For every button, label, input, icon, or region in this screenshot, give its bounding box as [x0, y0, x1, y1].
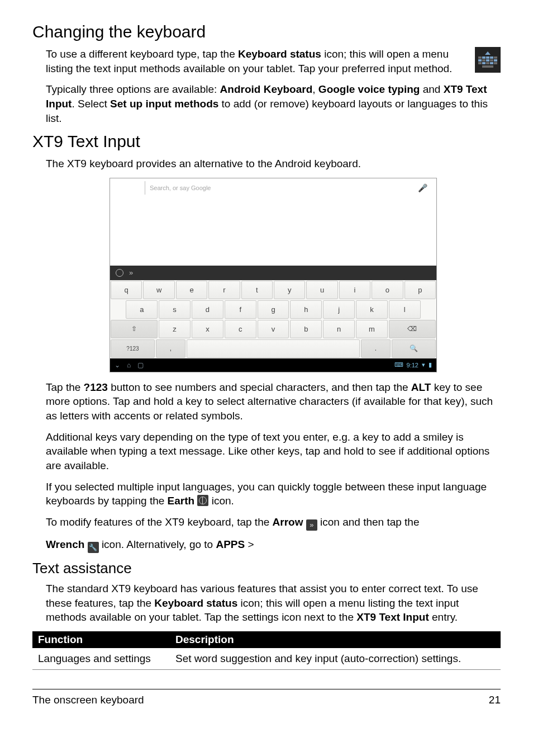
text: entry. — [429, 611, 458, 623]
key-s: s — [159, 300, 191, 319]
para-xt9-3: If you selected multiple input languages… — [46, 480, 501, 508]
bold-keyboard-status-2: Keyboard status — [154, 597, 237, 609]
table-header-row: Function Description — [32, 631, 501, 648]
shift-key: ⇧ — [111, 320, 158, 338]
key-n: n — [323, 320, 355, 338]
bold-apps: APPS — [216, 538, 245, 550]
key-f: f — [225, 300, 256, 319]
page-footer: The onscreen keyboard 21 — [32, 689, 501, 706]
para-xt9-4: To modify features of the XT9 keyboard, … — [46, 515, 501, 531]
bold-earth: Earth — [168, 495, 198, 507]
text: If you selected multiple input languages… — [46, 481, 487, 507]
key-row-4: ?123 , . 🔍 — [110, 339, 436, 358]
sym-key: ?123 — [111, 339, 155, 358]
key-r: r — [208, 281, 240, 299]
backspace-key: ⌫ — [389, 320, 436, 338]
key-e: e — [176, 281, 207, 299]
table-row: Languages and settings Set word suggesti… — [32, 648, 501, 670]
para-text-assist: The standard XT9 keyboard has various fe… — [46, 582, 501, 625]
key-z: z — [159, 320, 191, 338]
wrench-icon — [88, 542, 99, 553]
para-changing-1: To use a different keyboard type, tap th… — [46, 47, 467, 75]
key-p: p — [404, 281, 436, 299]
key-t: t — [241, 281, 273, 299]
android-navbar: ⌄ ⌂ ▢ ⌨ 9:12 ▾ ▮ — [110, 358, 436, 372]
key-w: w — [143, 281, 174, 299]
key-b: b — [290, 320, 322, 338]
key-u: u — [306, 281, 337, 299]
nav-home-icon: ⌂ — [127, 361, 131, 369]
key-j: j — [323, 300, 355, 319]
para-xt9-1: Tap the ?123 button to see numbers and s… — [46, 380, 501, 423]
earth-icon — [116, 269, 123, 277]
key-v: v — [258, 320, 289, 338]
heading-changing-keyboard: Changing the keyboard — [32, 22, 501, 41]
key-g: g — [258, 300, 289, 319]
para-xt9-5: Wrench icon. Alternatively, go to APPS > — [46, 537, 501, 553]
key-i: i — [339, 281, 370, 299]
key-h: h — [290, 300, 322, 319]
key-q: q — [111, 281, 142, 299]
keyboard-toolbar: » — [110, 266, 436, 280]
table-header-description: Description — [170, 631, 501, 648]
text: Typically three options are available: — [46, 83, 220, 95]
key-l: l — [389, 300, 421, 319]
bold-wrench: Wrench — [46, 538, 88, 550]
bold-alt: ALT — [411, 381, 431, 393]
key-k: k — [356, 300, 388, 319]
para-changing-2: Typically three options are available: A… — [46, 82, 501, 125]
bold-keyboard-status: Keyboard status — [238, 48, 321, 60]
key-o: o — [372, 281, 403, 299]
key-row-2: a s d f g h j k l — [110, 300, 436, 319]
keyboard-status-icon — [475, 47, 501, 73]
key-row-1: q w e r t y u i o p — [110, 280, 436, 300]
table-cell-description: Set word suggestion and key input (auto-… — [170, 648, 501, 670]
search-key: 🔍 — [392, 339, 436, 358]
text: To use a different keyboard type, tap th… — [46, 48, 238, 60]
key-c: c — [225, 320, 256, 338]
battery-icon: ▮ — [429, 361, 432, 368]
search-bar: Search, or say Google 🎤 — [110, 178, 436, 197]
arrow-icon — [306, 519, 317, 531]
para-xt9-intro: The XT9 keyboard provides an alternative… — [46, 157, 501, 171]
key-row-3: ⇧ z x c v b n m ⌫ — [110, 319, 436, 339]
text: button to see numbers and special charac… — [108, 381, 411, 393]
bold-google-voice-typing: Google voice typing — [318, 83, 420, 95]
table-cell-function: Languages and settings — [32, 648, 170, 670]
nav-back-icon: ⌄ — [115, 361, 120, 369]
wifi-icon: ▾ — [422, 361, 425, 368]
mic-icon: 🎤 — [418, 183, 432, 192]
arrow-icon: » — [129, 268, 133, 277]
text: icon and then tap the — [317, 516, 420, 528]
page-number: 21 — [489, 694, 501, 706]
text: icon. — [208, 495, 234, 507]
bold-q123: ?123 — [84, 381, 108, 393]
key-x: x — [192, 320, 223, 338]
text: and — [420, 83, 443, 95]
bold-xt9-text-input-2: XT9 Text Input — [356, 611, 429, 623]
key-d: d — [192, 300, 223, 319]
earth-icon — [197, 495, 208, 506]
text: icon. Alternatively, go to — [99, 538, 216, 550]
bold-arrow: Arrow — [273, 516, 306, 528]
nav-recent-icon: ▢ — [137, 361, 144, 369]
table-header-function: Function — [32, 631, 170, 648]
footer-title: The onscreen keyboard — [32, 694, 144, 706]
bold-set-up-input-methods: Set up input methods — [110, 98, 218, 110]
space-key — [187, 339, 360, 358]
keyboard-indicator-icon: ⌨ — [394, 361, 403, 368]
clock: 9:12 — [407, 362, 418, 368]
text: . Select — [72, 98, 110, 110]
text: Tap the — [46, 381, 84, 393]
search-placeholder: Search, or say Google — [150, 185, 418, 191]
para-xt9-2: Additional keys vary depending on the ty… — [46, 430, 501, 473]
heading-xt9-text-input: XT9 Text Input — [32, 132, 501, 151]
text: , — [312, 83, 318, 95]
comma-key: , — [156, 339, 185, 358]
key-m: m — [356, 320, 388, 338]
heading-text-assistance: Text assistance — [32, 560, 501, 577]
bold-android-keyboard: Android Keyboard — [220, 83, 313, 95]
key-y: y — [274, 281, 305, 299]
text: > — [245, 538, 254, 550]
settings-table: Function Description Languages and setti… — [32, 631, 501, 670]
